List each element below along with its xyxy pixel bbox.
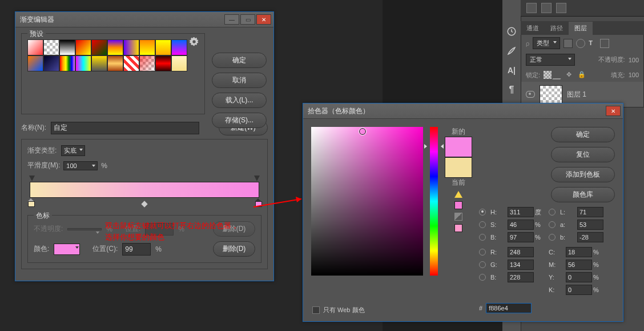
tab-channels[interactable]: 通道 [521, 22, 545, 35]
preset-swatch[interactable] [27, 55, 43, 71]
load-button[interactable]: 载入(L)... [212, 93, 267, 108]
window-close-button[interactable]: ✕ [256, 14, 271, 25]
ok-button[interactable]: 确定 [551, 127, 615, 142]
sv-cursor[interactable] [359, 128, 366, 135]
preset-swatch[interactable] [139, 39, 155, 55]
filter-type-icon[interactable]: T [589, 39, 597, 47]
preset-swatch[interactable] [123, 39, 139, 55]
a-input[interactable] [577, 220, 603, 230]
preset-swatch[interactable] [59, 39, 75, 55]
websafe-cube-icon[interactable] [454, 213, 462, 221]
layer-name[interactable]: 图层 1 [567, 90, 586, 99]
radio-s[interactable] [479, 221, 486, 228]
g-input[interactable] [508, 260, 534, 270]
tab-paths[interactable]: 路径 [545, 22, 569, 35]
reset-button[interactable]: 复位 [551, 147, 615, 162]
lock-brush-icon[interactable] [552, 70, 565, 79]
radio-l[interactable] [549, 209, 556, 216]
blend-mode-select[interactable]: 正常 [526, 54, 575, 66]
panel-swatch-1[interactable] [526, 3, 537, 13]
fill-value[interactable]: 100 [629, 71, 639, 78]
preset-swatch[interactable] [155, 55, 171, 71]
bc-input[interactable] [508, 272, 534, 282]
hex-input[interactable] [486, 303, 532, 313]
radio-b[interactable] [479, 234, 486, 241]
color-stop-left[interactable] [28, 198, 34, 204]
radio-b2[interactable] [549, 234, 556, 241]
preset-swatch[interactable] [75, 39, 91, 55]
filter-shape-icon[interactable] [600, 39, 609, 48]
lock-all-icon[interactable]: 🔒 [578, 71, 586, 79]
y-input[interactable] [566, 272, 592, 282]
opacity-stop-right[interactable] [254, 176, 260, 181]
layer-thumbnail[interactable] [540, 85, 562, 103]
color-picker-titlebar[interactable]: 拾色器（色标颜色） ✕ [303, 103, 623, 119]
preset-swatch[interactable] [91, 39, 107, 55]
layer-filter-kind[interactable]: 类型 [533, 37, 560, 49]
radio-a[interactable] [549, 221, 556, 228]
opacity-stop-left[interactable] [29, 176, 35, 181]
stop-color-position-input[interactable] [122, 243, 151, 256]
gradient-type-select[interactable]: 实底 [61, 145, 85, 156]
color-libraries-button[interactable]: 颜色库 [551, 187, 615, 202]
gamut-warning-icon[interactable] [454, 191, 462, 198]
panel-swatch-3[interactable] [556, 3, 566, 13]
tab-layers[interactable]: 图层 [569, 22, 593, 35]
preset-swatch[interactable] [75, 55, 91, 71]
radio-bc[interactable] [479, 274, 486, 281]
b2-input[interactable] [577, 232, 603, 242]
preset-swatch[interactable] [43, 39, 59, 55]
add-to-swatches-button[interactable]: 添加到色板 [551, 167, 615, 182]
gear-icon[interactable] [190, 37, 199, 46]
panel-swatch-2[interactable] [541, 3, 552, 13]
gradient-name-input[interactable] [51, 122, 199, 134]
websafe-swatch[interactable] [454, 224, 462, 232]
stop-color-swatch[interactable] [54, 244, 80, 255]
history-icon[interactable] [506, 26, 517, 37]
gradient-ramp[interactable] [30, 182, 259, 198]
lock-position-icon[interactable]: ✥ [566, 71, 574, 79]
visibility-eye-icon[interactable] [526, 91, 535, 98]
window-minimize-button[interactable]: — [224, 14, 239, 25]
s-input[interactable] [508, 220, 534, 230]
hue-slider[interactable] [430, 127, 438, 276]
radio-g[interactable] [479, 261, 486, 268]
m-input[interactable] [566, 260, 592, 270]
delete-color-stop-button[interactable]: 删除(D) [213, 241, 255, 257]
l-input[interactable] [577, 207, 603, 217]
midpoint-diamond[interactable] [141, 201, 147, 207]
preset-swatch[interactable] [171, 55, 187, 71]
character-panel-icon[interactable]: A| [506, 65, 517, 75]
cancel-button[interactable]: 取消 [212, 73, 267, 88]
k-input[interactable] [566, 285, 592, 295]
gradient-editor-titlebar[interactable]: 渐变编辑器 — ▭ ✕ [15, 12, 273, 27]
filter-image-icon[interactable] [564, 39, 573, 48]
web-only-checkbox[interactable] [312, 306, 320, 314]
lock-pixels-icon[interactable] [544, 71, 552, 79]
preset-swatch[interactable] [155, 39, 171, 55]
preset-swatch[interactable] [27, 39, 43, 55]
smoothness-input[interactable]: 100 [63, 161, 98, 170]
ok-button[interactable]: 确定 [212, 53, 267, 68]
preset-swatch[interactable] [59, 55, 75, 71]
gamut-swatch[interactable] [454, 201, 462, 209]
h-input[interactable] [508, 207, 534, 217]
preset-swatch[interactable] [139, 55, 155, 71]
window-maximize-button[interactable]: ▭ [240, 14, 255, 25]
preset-swatch[interactable] [107, 55, 123, 71]
r-input[interactable] [508, 247, 534, 257]
radio-h[interactable] [479, 209, 486, 216]
brush-icon[interactable] [506, 46, 517, 56]
save-button[interactable]: 存储(S)... [212, 113, 267, 128]
radio-r[interactable] [479, 249, 486, 256]
preset-swatch[interactable] [123, 55, 139, 71]
preset-swatch[interactable] [107, 39, 123, 55]
saturation-value-field[interactable] [311, 127, 423, 276]
window-close-button[interactable]: ✕ [606, 106, 621, 116]
filter-adjust-icon[interactable] [576, 39, 585, 48]
opacity-value[interactable]: 100 [629, 57, 639, 63]
preset-swatch[interactable] [171, 39, 187, 55]
b-input[interactable] [508, 232, 534, 242]
preset-swatch[interactable] [43, 55, 59, 71]
preset-swatch[interactable] [91, 55, 107, 71]
